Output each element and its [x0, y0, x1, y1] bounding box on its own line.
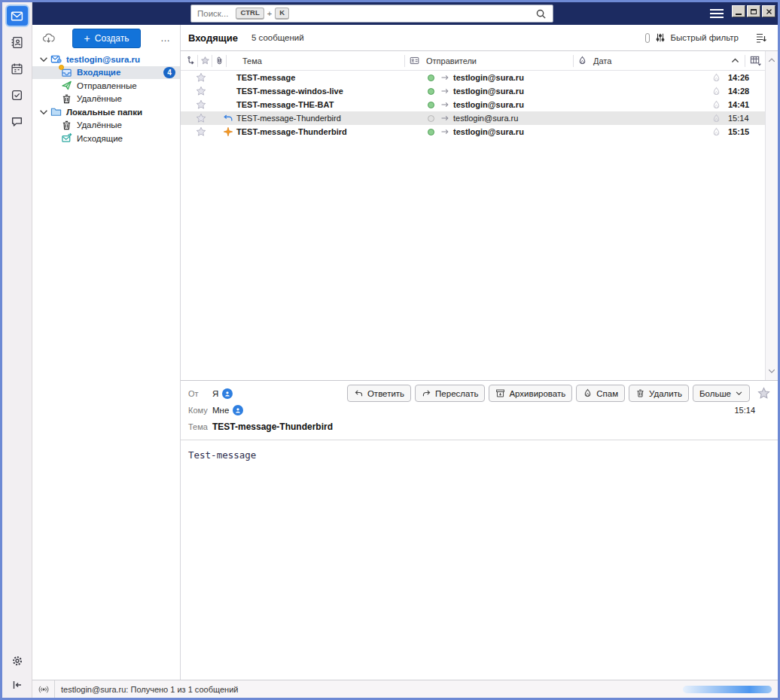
folder-item-Входящие[interactable]: Входящие4 — [32, 66, 180, 80]
from-label: От — [188, 389, 212, 398]
message-star-icon[interactable] — [757, 387, 770, 400]
contact-card-icon — [410, 56, 419, 65]
space-calendar[interactable] — [7, 59, 28, 78]
message-sender: testlogin@sura.ru — [450, 87, 711, 96]
unread-dot-icon[interactable] — [428, 129, 434, 135]
column-attachments[interactable] — [212, 55, 226, 67]
column-spam-icon[interactable] — [574, 55, 590, 67]
folder-pane-options-button[interactable]: … — [157, 31, 174, 45]
inbox-icon — [61, 67, 72, 78]
column-subject[interactable]: Тема — [227, 55, 404, 67]
folder-item-Отправленные[interactable]: Отправленные — [32, 79, 180, 93]
get-messages-icon[interactable] — [41, 32, 56, 44]
ctrl-key-badge: CTRL — [236, 8, 264, 19]
folder-item-Локальные папки[interactable]: Локальные папки — [32, 105, 180, 119]
message-sender: testlogin@sura.ru — [450, 100, 711, 109]
message-row[interactable]: TEST-message-Thunderbirdtestlogin@sura.r… — [181, 125, 765, 138]
message-body: Test-message — [181, 440, 778, 680]
button-label: Переслать — [435, 389, 478, 398]
thread-pane: Тема Отправители Дата TEST-message — [181, 51, 778, 380]
star-icon[interactable] — [196, 72, 206, 83]
folder-item-Исходящие[interactable]: Исходящие — [32, 132, 180, 145]
folder-label: Удалённые — [77, 94, 122, 103]
star-icon[interactable] — [196, 113, 206, 123]
message-row[interactable]: TEST-message-windos-livetestlogin@sura.r… — [181, 84, 765, 98]
column-starred[interactable] — [198, 55, 212, 67]
message-list-display-options-icon[interactable] — [755, 32, 767, 44]
junk-flame-icon[interactable] — [711, 114, 721, 123]
unread-dot-icon[interactable] — [428, 75, 434, 81]
column-date[interactable]: Дата — [590, 55, 745, 67]
star-icon[interactable] — [196, 126, 206, 137]
recipient-avatar[interactable] — [233, 405, 243, 415]
folder-item-Удалённые[interactable]: Удалённые — [32, 119, 180, 132]
junk-flame-icon[interactable] — [711, 127, 721, 137]
space-chat[interactable] — [7, 111, 28, 131]
star-icon[interactable] — [196, 86, 206, 96]
column-picker-icon — [750, 55, 761, 66]
close-button[interactable] — [762, 5, 775, 17]
message-row[interactable]: TEST-message-Thunderbirdtestlogin@sura.r… — [181, 111, 765, 125]
message-row[interactable]: TEST-message-THE-BATtestlogin@sura.ru14:… — [181, 98, 765, 111]
to-label: Кому — [188, 406, 212, 415]
read-dot-icon[interactable] — [428, 115, 434, 122]
new-message-icon — [223, 126, 233, 137]
tasks-icon — [11, 89, 23, 102]
message-time: 14:41 — [721, 100, 765, 109]
space-address-book[interactable] — [7, 32, 28, 52]
unread-dot-icon[interactable] — [428, 88, 434, 95]
replied-arrow-icon — [223, 113, 233, 123]
folder-item-testlogin@sura.ru[interactable]: testlogin@sura.ru — [32, 53, 180, 66]
архивировать-button[interactable]: Архивировать — [489, 385, 572, 402]
space-mail[interactable] — [7, 6, 28, 26]
unread-dot-icon[interactable] — [428, 102, 434, 108]
filter-sliders-icon — [655, 32, 666, 43]
outgoing-arrow-icon — [440, 100, 450, 109]
message-list-scrollbar[interactable] — [765, 51, 778, 380]
folder-icon — [50, 106, 62, 117]
column-thread[interactable] — [181, 55, 197, 67]
maximize-button[interactable] — [747, 5, 760, 17]
больше-button[interactable]: Больше — [693, 385, 750, 402]
subject-label: Тема — [188, 422, 212, 431]
app-menu-button[interactable] — [710, 9, 724, 18]
mail-icon — [11, 10, 23, 23]
minimize-button[interactable] — [732, 5, 745, 17]
переслать-button[interactable]: Переслать — [415, 385, 485, 402]
space-tasks[interactable] — [7, 85, 28, 105]
ответить-button[interactable]: Ответить — [347, 385, 411, 402]
collapse-button[interactable] — [8, 676, 26, 694]
scroll-up-icon — [767, 56, 776, 65]
message-time: 14:26 — [721, 73, 765, 82]
from-value: Я — [212, 389, 218, 398]
junk-flame-icon[interactable] — [711, 100, 721, 110]
message-header: От Я ОтветитьПереслатьАрхивироватьСпамУд… — [181, 381, 778, 440]
sender-avatar[interactable] — [222, 388, 233, 399]
status-text: testlogin@sura.ru: Получено 1 из 1 сообщ… — [61, 685, 238, 694]
message-subject: TEST-message-Thunderbird — [212, 422, 333, 432]
junk-flame-icon[interactable] — [711, 87, 721, 96]
star-icon[interactable] — [196, 99, 206, 110]
chevron-down-icon[interactable] — [38, 54, 49, 65]
column-correspondents[interactable]: Отправители — [423, 55, 573, 67]
gear-icon — [11, 655, 23, 667]
new-message-button[interactable]: + Создать — [72, 29, 142, 48]
junk-flame-icon[interactable] — [711, 73, 721, 83]
settings-button[interactable] — [8, 652, 26, 670]
flag-placeholder — [223, 86, 233, 96]
search-input[interactable]: Поиск... CTRL + K — [190, 5, 553, 23]
quick-filter-label: Быстрый фильтр — [671, 33, 739, 42]
folder-label: testlogin@sura.ru — [66, 55, 140, 64]
quick-filter-button[interactable]: Быстрый фильтр — [645, 32, 739, 43]
message-row[interactable]: TEST-messagetestlogin@sura.ru14:26 — [181, 71, 765, 84]
column-picker-button[interactable] — [745, 55, 765, 67]
folder-item-Удалённые[interactable]: Удалённые — [32, 93, 180, 106]
folder-label: Отправленные — [77, 81, 137, 90]
chevron-down-icon[interactable] — [38, 107, 49, 117]
column-correspondents-icon[interactable] — [405, 55, 423, 67]
удалить-button[interactable]: Удалить — [629, 385, 689, 402]
спам-button[interactable]: Спам — [576, 385, 625, 402]
chevron-down-icon — [735, 389, 743, 397]
outgoing-arrow-icon — [440, 87, 450, 96]
folder-tree: testlogin@sura.ruВходящие4ОтправленныеУд… — [32, 51, 180, 145]
